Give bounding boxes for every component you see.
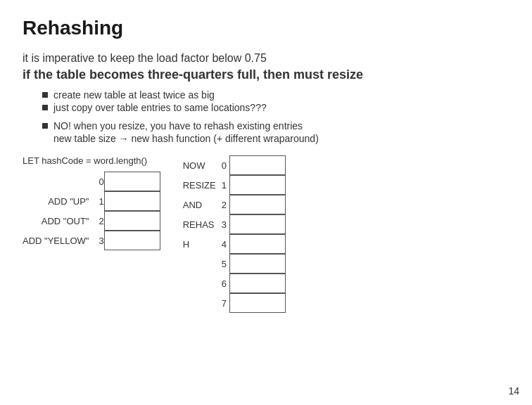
row-num-3: 3 [96, 231, 103, 250]
bullet-list: create new table at least twice as big j… [42, 89, 509, 113]
bullet-icon-2 [42, 105, 48, 110]
right-text-h: H [183, 234, 216, 254]
left-table-area: ADD "UP" ADD "OUT" ADD "YELLOW" 0 1 2 3 [23, 172, 160, 250]
left-row-labels: ADD "UP" ADD "OUT" ADD "YELLOW" [23, 172, 91, 250]
bullet-text-1: create new table at least twice as big [53, 89, 215, 101]
note-icon [42, 123, 48, 129]
right-cell-5 [229, 254, 286, 274]
right-cell-1 [229, 175, 286, 195]
right-text-and: AND [183, 195, 216, 214]
right-num-3: 3 [222, 214, 229, 234]
right-cell-2 [229, 195, 286, 214]
subtitle2: if the table becomes three-quarters full… [23, 68, 509, 82]
page-number: 14 [508, 385, 519, 397]
left-label-add-up: ADD "UP" [23, 191, 91, 211]
right-diagram: NOW RESIZE AND REHAS H 0 1 2 3 4 5 6 [183, 155, 286, 313]
bullet-icon-1 [42, 92, 48, 98]
left-cell-2 [104, 211, 160, 231]
note-main-text: NO! when you resize, you have to rehash … [53, 120, 303, 131]
diagrams-row: LET hashCode = word.length() ADD "UP" AD… [23, 155, 509, 313]
page-title: Rehashing [23, 17, 509, 39]
subtitle1: it is imperative to keep the load factor… [23, 52, 509, 65]
left-diagram: LET hashCode = word.length() ADD "UP" AD… [23, 155, 160, 250]
left-diagram-label: LET hashCode = word.length() [23, 155, 147, 166]
bullet-text-2: just copy over table entries to same loc… [53, 102, 267, 113]
right-text-rehas: REHAS [183, 214, 216, 234]
row-num-0: 0 [96, 172, 103, 191]
right-label-block: NOW RESIZE AND REHAS H 0 1 2 3 4 5 6 [183, 155, 286, 313]
right-cell-6 [229, 274, 286, 293]
bullet-item-2: just copy over table entries to same loc… [42, 102, 509, 113]
right-num-5: 5 [222, 254, 229, 274]
slide-page: Rehashing it is imperative to keep the l… [0, 0, 532, 405]
left-label-add-out: ADD "OUT" [23, 211, 91, 231]
left-table-with-nums: 0 1 2 3 [96, 172, 160, 250]
left-cell-0 [104, 172, 160, 191]
left-label-add-yellow: ADD "YELLOW" [23, 231, 91, 250]
right-text-block: NOW RESIZE AND REHAS H [183, 155, 216, 254]
right-text-resize: RESIZE [183, 175, 216, 195]
right-num-1: 1 [222, 175, 229, 195]
right-num-7: 7 [222, 293, 229, 313]
right-cell-0 [229, 155, 286, 175]
bullet-item-1: create new table at least twice as big [42, 89, 509, 101]
left-row-nums: 0 1 2 3 [96, 172, 103, 250]
note-indent: new table size → new hash function (+ di… [53, 133, 509, 144]
right-num-4: 4 [222, 234, 229, 254]
right-text-now: NOW [183, 155, 216, 175]
right-cell-4 [229, 234, 286, 254]
left-cell-1 [104, 191, 160, 211]
row-num-1: 1 [96, 191, 103, 211]
left-cell-3 [104, 231, 160, 250]
right-table-with-nums: 0 1 2 3 4 5 6 7 [222, 155, 286, 313]
right-num-0: 0 [222, 155, 229, 175]
left-grid [104, 172, 160, 250]
row-num-2: 2 [96, 211, 103, 231]
right-num-6: 6 [222, 274, 229, 293]
right-row-nums: 0 1 2 3 4 5 6 7 [222, 155, 229, 313]
right-num-2: 2 [222, 195, 229, 214]
left-label-up [23, 172, 91, 191]
right-grid [229, 155, 286, 313]
note-item-main: NO! when you resize, you have to rehash … [42, 120, 509, 131]
right-cell-3 [229, 214, 286, 234]
right-cell-7 [229, 293, 286, 313]
note-block: NO! when you resize, you have to rehash … [42, 120, 509, 144]
